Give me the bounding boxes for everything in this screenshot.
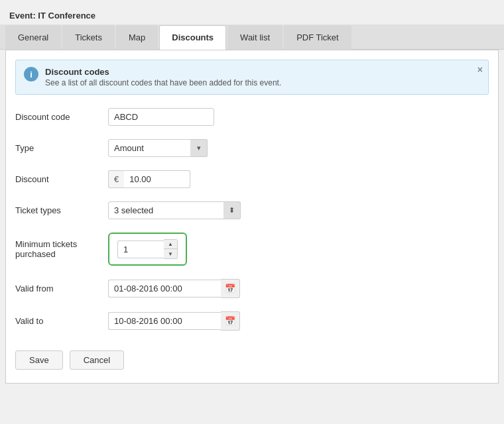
valid-from-control: 📅 (108, 279, 489, 298)
min-tickets-input[interactable] (117, 240, 164, 258)
info-text: Discount codes See a list of all discoun… (45, 67, 468, 87)
valid-from-label: Valid from (15, 284, 108, 293)
page-wrapper: Event: IT Conference General Tickets Map… (0, 0, 504, 424)
ticket-types-control: 3 selected ⬍ (108, 201, 489, 219)
spinner-buttons: ▲ ▼ (164, 239, 178, 259)
type-label: Type (15, 143, 108, 153)
discount-code-input[interactable] (108, 108, 214, 126)
info-banner: i Discount codes See a list of all disco… (15, 60, 489, 95)
calendar-icon: 📅 (225, 284, 235, 293)
cancel-button[interactable]: Cancel (70, 350, 124, 370)
ticket-types-label: Ticket types (15, 205, 108, 215)
type-control: Amount Percentage ▾ (108, 139, 489, 157)
min-tickets-control: ▲ ▼ (108, 233, 489, 266)
valid-from-row: Valid from 📅 (15, 272, 489, 305)
banner-description: See a list of all discount codes that ha… (45, 78, 468, 87)
event-name: IT Conference (38, 11, 95, 21)
discount-label: Discount (15, 174, 108, 184)
type-select[interactable]: Amount Percentage (108, 139, 208, 157)
valid-to-input[interactable] (108, 312, 221, 330)
tabs-bar: General Tickets Map Discounts Wait list … (0, 25, 504, 50)
valid-to-row: Valid to 📅 (15, 305, 489, 337)
ticket-types-select[interactable]: 3 selected (108, 201, 241, 219)
event-label: Event: (9, 11, 36, 21)
valid-from-input[interactable] (108, 280, 221, 297)
tab-discounts[interactable]: Discounts (159, 25, 226, 50)
banner-title: Discount codes (45, 67, 468, 77)
calendar-icon-2: 📅 (225, 316, 235, 326)
valid-to-calendar-button[interactable]: 📅 (221, 311, 240, 331)
type-row: Type Amount Percentage ▾ (15, 132, 489, 164)
valid-to-control: 📅 (108, 311, 489, 331)
spinner-down-button[interactable]: ▼ (164, 249, 177, 258)
discount-code-control (108, 108, 489, 126)
tab-pdf-ticket[interactable]: PDF Ticket (284, 25, 351, 50)
discount-code-row: Discount code (15, 101, 489, 132)
valid-from-calendar-button[interactable]: 📅 (221, 279, 240, 298)
valid-to-label: Valid to (15, 316, 108, 326)
currency-symbol: € (108, 170, 124, 188)
min-tickets-label: Minimum tickets purchased (15, 239, 108, 259)
discount-code-label: Discount code (15, 112, 108, 122)
min-tickets-highlight-box: ▲ ▼ (108, 233, 187, 266)
discount-amount-wrapper: € (108, 170, 489, 188)
discount-control: € (108, 170, 489, 188)
min-tickets-row: Minimum tickets purchased ▲ ▼ (15, 226, 489, 272)
tab-general[interactable]: General (5, 25, 61, 50)
form-section: Discount code Type Amount Percentage ▾ (6, 101, 498, 337)
ticket-types-row: Ticket types 3 selected ⬍ (15, 195, 489, 226)
save-button[interactable]: Save (15, 350, 63, 370)
type-select-wrapper: Amount Percentage ▾ (108, 139, 208, 157)
discount-row: Discount € (15, 164, 489, 195)
content-area: i Discount codes See a list of all disco… (5, 50, 499, 384)
tab-map[interactable]: Map (116, 25, 158, 50)
close-banner-button[interactable]: × (477, 64, 483, 75)
valid-to-date-wrapper: 📅 (108, 311, 489, 331)
spinner-wrapper: ▲ ▼ (117, 239, 178, 259)
actions-row: Save Cancel (6, 337, 498, 370)
tab-tickets[interactable]: Tickets (62, 25, 115, 50)
ticket-types-wrapper: 3 selected ⬍ (108, 201, 241, 219)
valid-from-date-wrapper: 📅 (108, 279, 489, 298)
tab-waitlist[interactable]: Wait list (227, 25, 283, 50)
info-icon: i (24, 67, 38, 81)
event-title-bar: Event: IT Conference (0, 7, 504, 25)
discount-amount-input[interactable] (124, 170, 190, 188)
spinner-up-button[interactable]: ▲ (164, 240, 177, 249)
